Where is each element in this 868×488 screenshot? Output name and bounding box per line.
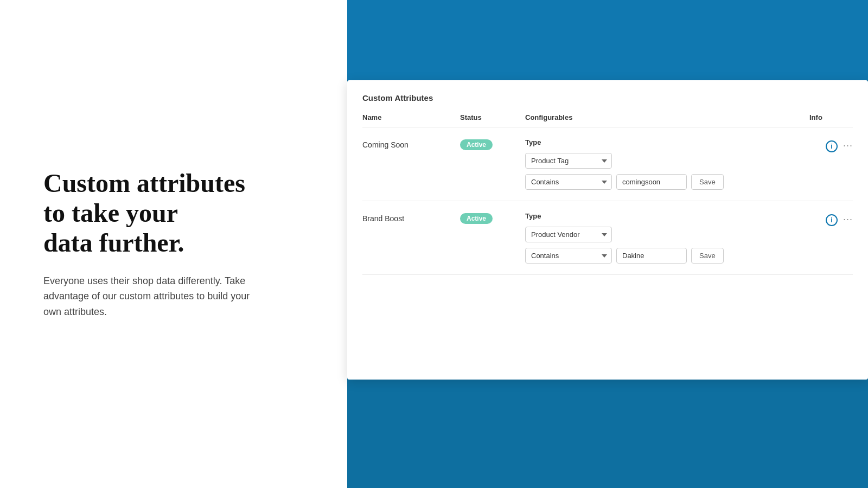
bg-top-decoration <box>347 0 868 80</box>
condition-select-brand-boost[interactable]: Contains Equals Starts with Ends with <box>525 248 612 264</box>
info-icon-brand-boost[interactable]: i <box>826 214 838 226</box>
condition-select-coming-soon[interactable]: Contains Equals Starts with Ends with <box>525 174 612 190</box>
col-header-name: Name <box>362 113 460 121</box>
type-select-coming-soon[interactable]: Product Tag Product Vendor Product Type … <box>525 153 612 169</box>
row-info-coming-soon: i ··· <box>809 138 853 152</box>
table-header: Name Status Configurables Info <box>362 113 853 127</box>
config-type-label: Type <box>525 138 809 146</box>
status-badge: Active <box>460 139 493 150</box>
config-type-select-row: Product Tag Product Vendor Product Type … <box>525 227 809 242</box>
type-select-brand-boost[interactable]: Product Tag Product Vendor Product Type … <box>525 227 612 242</box>
more-options-coming-soon[interactable]: ··· <box>843 140 853 150</box>
col-header-info: Info <box>809 113 853 121</box>
hero-heading: Custom attributes to take your data furt… <box>43 168 304 258</box>
config-condition-row: Contains Equals Starts with Ends with Sa… <box>525 174 809 190</box>
bg-bottom-decoration <box>347 380 868 488</box>
config-type-select-row: Product Tag Product Vendor Product Type … <box>525 153 809 169</box>
row-name-brand-boost: Brand Boost <box>362 212 460 223</box>
row-name-coming-soon: Coming Soon <box>362 138 460 149</box>
table-row: Brand Boost Active Type Product Tag Prod… <box>362 201 853 275</box>
row-info-brand-boost: i ··· <box>809 212 853 226</box>
config-condition-row: Contains Equals Starts with Ends with Sa… <box>525 248 809 264</box>
row-configurables-coming-soon: Type Product Tag Product Vendor Product … <box>525 138 809 190</box>
condition-value-coming-soon[interactable] <box>616 174 687 190</box>
col-header-configurables: Configurables <box>525 113 809 121</box>
status-badge: Active <box>460 213 493 224</box>
hero-description: Everyone uses their shop data differentl… <box>43 273 260 320</box>
card-title: Custom Attributes <box>362 93 853 102</box>
table-row: Coming Soon Active Type Product Tag Prod… <box>362 127 853 201</box>
more-options-brand-boost[interactable]: ··· <box>843 214 853 224</box>
save-button-brand-boost[interactable]: Save <box>691 248 724 264</box>
right-panel: Custom Attributes Name Status Configurab… <box>347 0 868 488</box>
row-configurables-brand-boost: Type Product Tag Product Vendor Product … <box>525 212 809 264</box>
config-type-label: Type <box>525 212 809 220</box>
info-icon-coming-soon[interactable]: i <box>826 140 838 152</box>
row-status-coming-soon: Active <box>460 138 525 150</box>
custom-attributes-card: Custom Attributes Name Status Configurab… <box>347 80 868 380</box>
row-status-brand-boost: Active <box>460 212 525 224</box>
save-button-coming-soon[interactable]: Save <box>691 174 724 190</box>
condition-value-brand-boost[interactable] <box>616 248 687 264</box>
col-header-status: Status <box>460 113 525 121</box>
left-panel: Custom attributes to take your data furt… <box>0 0 347 488</box>
